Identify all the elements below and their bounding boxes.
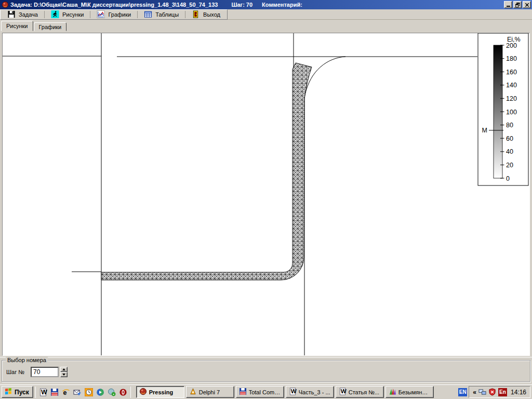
drawing-area[interactable]: Ei,% 200180160140120100806040200 M	[2, 33, 530, 356]
toolbar-item-label: Рисунки	[62, 11, 84, 18]
toolbar-item-label: Таблицы	[155, 11, 179, 18]
runner-icon	[51, 10, 59, 18]
task-button-word-doc-2[interactable]: WСтатья №...	[336, 386, 384, 398]
window-controls	[504, 1, 531, 8]
arrow-up-icon	[62, 368, 65, 370]
network-tray-icon[interactable]	[478, 388, 486, 396]
legend-tick-label: 160	[506, 69, 517, 76]
legend-tick-label: 0	[506, 175, 510, 182]
task-button-label: Безымянны...	[398, 389, 431, 395]
step-number-input[interactable]	[31, 367, 59, 377]
task-button-label: Pressing	[149, 389, 173, 395]
minimize-button[interactable]	[504, 1, 512, 8]
task-button-untitled[interactable]: Безымянны...	[385, 386, 434, 398]
arrow-down-icon	[62, 374, 65, 376]
legend-tick-label: 180	[506, 55, 517, 62]
close-icon	[525, 3, 529, 7]
toolbar-separator	[185, 11, 185, 18]
total-commander-icon[interactable]	[49, 387, 60, 397]
delphi-icon	[189, 388, 197, 397]
taskbar-separator	[35, 387, 36, 398]
app-icon	[139, 388, 147, 397]
language-indicator-2[interactable]: En	[498, 388, 507, 396]
toolbar-band: ЗадачаРисункиГрафикиТаблицыВыход	[0, 9, 228, 20]
svg-text:M: M	[482, 127, 487, 134]
application-window: Задача: D:\Общая\Саша_М\К диссертации\pr…	[0, 0, 532, 399]
app-icon	[2, 1, 9, 8]
toolbar-item-graphs[interactable]: Графики	[91, 10, 137, 19]
task-button-label: Статья №...	[349, 389, 380, 395]
legend-tick-label: 20	[506, 162, 513, 169]
toolbar-separator	[137, 11, 138, 18]
opera-icon[interactable]	[118, 387, 128, 397]
media-player-icon[interactable]	[95, 387, 105, 397]
task-button-label: Часть_3 - ...	[299, 389, 330, 395]
toolbar: ЗадачаРисункиГрафикиТаблицыВыход	[0, 9, 532, 20]
task-button-label: Delphi 7	[199, 389, 220, 395]
toolbar-item-label: Графики	[108, 11, 131, 18]
legend-tick-label: 140	[506, 82, 517, 89]
clock-icon[interactable]	[84, 387, 94, 397]
legend-tick-label: 100	[506, 109, 517, 116]
outlook-express-icon[interactable]	[72, 387, 83, 397]
word-doc-icon: W	[339, 388, 347, 397]
toolbar-separator	[90, 11, 90, 18]
titlebar-comment-label: Комментарий:	[262, 2, 302, 8]
title-bar[interactable]: Задача: D:\Общая\Саша_М\К диссертации\pr…	[0, 0, 532, 9]
tab-graphs[interactable]: Графики	[34, 22, 67, 31]
toolbar-separator	[44, 11, 45, 18]
system-tray: EN « En 14:16	[458, 386, 530, 398]
task-button-pressing[interactable]: Pressing	[136, 386, 184, 398]
quick-launch-bar: We	[38, 387, 128, 397]
step-number-label: Шаг №	[6, 369, 24, 375]
die-tool-lines	[3, 33, 477, 355]
legend-tick-label: 40	[506, 148, 513, 155]
toolbar-item-exit[interactable]: Выход	[186, 10, 226, 19]
spin-down-button[interactable]	[60, 372, 68, 377]
task-button-label: Total Comm...	[249, 389, 281, 395]
groupbox-title: Выбор номера	[6, 357, 48, 363]
windows-flag-icon	[4, 387, 12, 397]
svg-text:W: W	[340, 388, 346, 394]
shield-icon[interactable]	[488, 388, 496, 396]
task-button-word-doc-1[interactable]: WЧасть_3 - ...	[286, 386, 334, 398]
task-buttons: PressingDelphi 7Total Comm...WЧасть_3 - …	[136, 386, 434, 398]
step-spinner	[60, 367, 68, 377]
toolbar-item-task[interactable]: Задача	[2, 10, 44, 19]
toolbar-item-tables[interactable]: Таблицы	[138, 10, 184, 19]
paint-icon	[389, 388, 396, 397]
window-title: Задача: D:\Общая\Саша_М\К диссертации\pr…	[10, 2, 218, 8]
exit-icon	[192, 10, 200, 18]
legend-tick-label: 120	[506, 95, 517, 102]
word-icon[interactable]: W	[38, 387, 48, 397]
internet-explorer-icon[interactable]: e	[61, 387, 71, 397]
start-button-label: Пуск	[15, 389, 29, 396]
toolbar-item-label: Задача	[19, 11, 38, 18]
tab-bar: РисункиГрафики	[0, 20, 532, 31]
download-manager-icon[interactable]	[107, 387, 117, 397]
step-panel: Выбор номера Шаг №	[0, 357, 532, 384]
step-groupbox: Выбор номера Шаг №	[2, 360, 530, 382]
restore-button[interactable]	[513, 1, 522, 8]
tab-pictures[interactable]: Рисунки	[1, 21, 33, 31]
tray-clock: 14:16	[511, 389, 526, 396]
fem-mesh-plot: Ei,% 200180160140120100806040200 M	[3, 33, 529, 355]
start-button[interactable]: Пуск	[2, 386, 33, 398]
titlebar-step-label: Шаг: 70	[231, 2, 252, 8]
task-button-total-commander[interactable]: Total Comm...	[236, 386, 284, 398]
total-commander-icon	[239, 388, 247, 397]
tray-expand-chevron[interactable]: «	[473, 389, 476, 396]
tray-inset: « En 14:16	[469, 386, 530, 398]
restore-icon	[515, 3, 520, 7]
taskbar-separator	[130, 387, 131, 398]
word-doc-icon: W	[289, 388, 297, 397]
close-button[interactable]	[523, 1, 531, 8]
toolbar-item-pictures[interactable]: Рисунки	[45, 10, 90, 19]
language-indicator[interactable]: EN	[458, 388, 467, 396]
task-button-delphi[interactable]: Delphi 7	[186, 386, 234, 398]
legend: Ei,% 200180160140120100806040200 M	[478, 33, 528, 185]
svg-text:W: W	[290, 388, 296, 394]
table-icon	[144, 10, 152, 18]
legend-tick-label: 60	[506, 135, 513, 142]
spin-up-button[interactable]	[60, 367, 68, 372]
